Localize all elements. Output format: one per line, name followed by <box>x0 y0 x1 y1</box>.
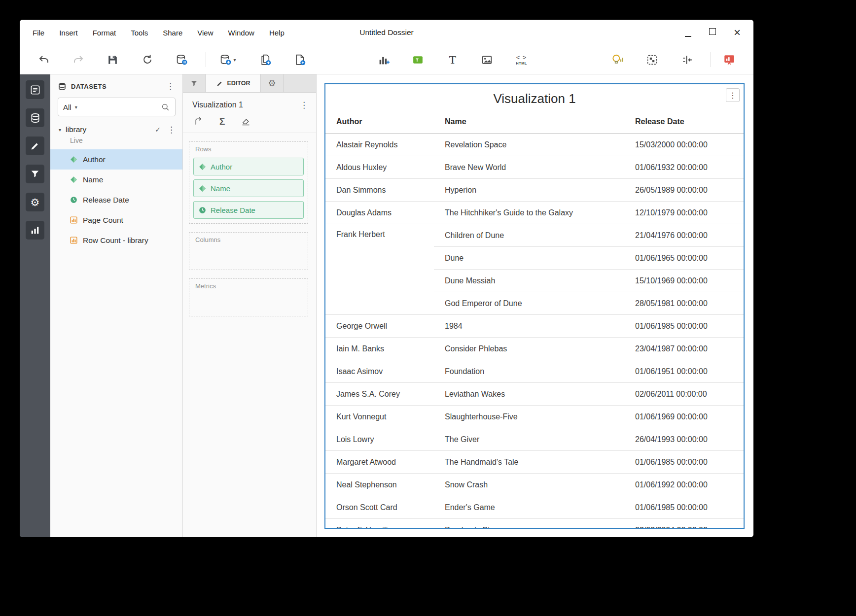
cell-date[interactable]: 01/06/1965 00:00:00 <box>635 247 744 270</box>
fit-to-window-button[interactable] <box>676 49 697 70</box>
presentation-mode-button[interactable] <box>719 49 740 70</box>
minimize-button[interactable] <box>685 28 691 37</box>
menu-help[interactable]: Help <box>269 29 285 37</box>
drop-zone-columns[interactable]: Columns <box>189 232 308 270</box>
cell-date[interactable]: 01/06/1992 00:00:00 <box>635 474 744 496</box>
table-row[interactable]: Iain M. Banks Consider Phlebas 23/04/198… <box>325 338 744 360</box>
refresh-button[interactable] <box>137 49 158 70</box>
cell-name[interactable]: Consider Phlebas <box>434 338 635 360</box>
table-row[interactable]: Peter F. Hamilton Pandora's Star 02/03/2… <box>325 519 744 529</box>
tab-settings[interactable]: ⚙ <box>261 74 284 92</box>
cell-name[interactable]: Dune <box>434 247 635 270</box>
cell-author[interactable]: Peter F. Hamilton <box>325 519 434 529</box>
cell-author[interactable]: James S.A. Corey <box>325 383 434 406</box>
field-page-count[interactable]: Page Count <box>50 210 182 230</box>
cell-date[interactable]: 01/06/1932 00:00:00 <box>635 156 744 179</box>
menu-file[interactable]: File <box>33 29 44 37</box>
table-row[interactable]: Kurt Vonnegut Slaughterhouse-Five 01/06/… <box>325 406 744 428</box>
cell-date[interactable]: 01/06/1985 00:00:00 <box>635 496 744 519</box>
rail-visualizations-button[interactable] <box>26 221 44 240</box>
table-row[interactable]: Douglas Adams The Hitchhiker's Guide to … <box>325 202 744 224</box>
dataset-node-library[interactable]: ▾ library ✓ ⋮ <box>50 122 182 135</box>
cell-date[interactable]: 28/05/1981 00:00:00 <box>635 292 744 315</box>
menu-window[interactable]: Window <box>228 29 254 37</box>
table-row[interactable]: Alastair Reynolds Revelation Space 15/03… <box>325 134 744 156</box>
menu-share[interactable]: Share <box>163 29 182 37</box>
toggle-datasets-button[interactable] <box>171 49 192 70</box>
table-row[interactable]: Isaac Asimov Foundation 01/06/1951 00:00… <box>325 360 744 383</box>
tree-expand-icon[interactable]: ▾ <box>59 127 61 133</box>
chip-name[interactable]: Name <box>193 179 304 197</box>
insert-text-button[interactable]: T <box>442 49 463 70</box>
undo-button[interactable] <box>34 49 54 70</box>
duplicate-page-button[interactable] <box>255 49 276 70</box>
cell-name[interactable]: Foundation <box>434 360 635 383</box>
cell-author[interactable]: Aldous Huxley <box>325 156 434 179</box>
table-row[interactable]: Lois Lowry The Giver 26/04/1993 00:00:00 <box>325 428 744 451</box>
close-button[interactable]: × <box>734 29 741 36</box>
cell-name[interactable]: Brave New World <box>434 156 635 179</box>
table-row[interactable]: Orson Scott Card Ender's Game 01/06/1985… <box>325 496 744 519</box>
chip-author[interactable]: Author <box>193 158 304 175</box>
insights-button[interactable] <box>607 49 628 70</box>
cell-author[interactable]: George Orwell <box>325 315 434 338</box>
cell-author[interactable]: Isaac Asimov <box>325 360 434 383</box>
cell-date[interactable]: 26/04/1993 00:00:00 <box>635 428 744 451</box>
group-elements-button[interactable] <box>642 49 662 70</box>
cell-date[interactable]: 26/05/1989 00:00:00 <box>635 179 744 202</box>
insert-image-button[interactable] <box>477 49 498 70</box>
cell-date[interactable]: 15/03/2000 00:00:00 <box>635 134 744 156</box>
cell-author[interactable]: Douglas Adams <box>325 202 434 224</box>
cell-name[interactable]: 1984 <box>434 315 635 338</box>
rail-filter-button[interactable] <box>26 165 44 183</box>
cell-date[interactable]: 12/10/1979 00:00:00 <box>635 202 744 224</box>
cell-author[interactable]: Margaret Atwood <box>325 451 434 474</box>
dataset-filter-select[interactable]: All <box>63 103 71 111</box>
field-author[interactable]: Author <box>50 149 182 170</box>
save-button[interactable] <box>103 49 123 70</box>
cell-name[interactable]: The Giver <box>434 428 635 451</box>
totals-button[interactable]: Σ <box>219 117 225 127</box>
table-row[interactable]: Neal Stephenson Snow Crash 01/06/1992 00… <box>325 474 744 496</box>
cell-name[interactable]: Pandora's Star <box>434 519 635 529</box>
menu-tools[interactable]: Tools <box>131 29 148 37</box>
datasets-panel-menu-button[interactable]: ⋮ <box>163 82 178 91</box>
cell-author-group[interactable]: Frank Herbert <box>325 224 434 315</box>
field-row-count[interactable]: Row Count - library <box>50 230 182 250</box>
rail-settings-button[interactable]: ⚙ <box>26 193 44 211</box>
column-header-author[interactable]: Author <box>325 110 434 134</box>
drop-zone-metrics[interactable]: Metrics <box>189 278 308 316</box>
cell-author[interactable]: Dan Simmons <box>325 179 434 202</box>
rail-datasets-button[interactable] <box>26 108 44 127</box>
cell-author[interactable]: Lois Lowry <box>325 428 434 451</box>
column-header-release-date[interactable]: Release Date <box>635 110 744 134</box>
cell-date[interactable]: 01/06/1969 00:00:00 <box>635 406 744 428</box>
field-name[interactable]: Name <box>50 170 182 190</box>
field-release-date[interactable]: Release Date <box>50 190 182 210</box>
editor-viz-menu-button[interactable]: ⋮ <box>297 101 311 109</box>
table-row[interactable]: Dan Simmons Hyperion 26/05/1989 00:00:00 <box>325 179 744 202</box>
cell-name[interactable]: Slaughterhouse-Five <box>434 406 635 428</box>
cell-name[interactable]: Ender's Game <box>434 496 635 519</box>
cell-date[interactable]: 15/10/1969 00:00:00 <box>635 270 744 292</box>
cell-name[interactable]: Snow Crash <box>434 474 635 496</box>
cell-date[interactable]: 01/06/1985 00:00:00 <box>635 451 744 474</box>
cell-author[interactable]: Kurt Vonnegut <box>325 406 434 428</box>
cell-name[interactable]: Hyperion <box>434 179 635 202</box>
cell-author[interactable]: Neal Stephenson <box>325 474 434 496</box>
menu-format[interactable]: Format <box>93 29 116 37</box>
table-row[interactable]: Margaret Atwood The Handmaid's Tale 01/0… <box>325 451 744 474</box>
cell-author[interactable]: Iain M. Banks <box>325 338 434 360</box>
rail-contents-button[interactable] <box>26 80 44 99</box>
datasets-search[interactable]: All ▾ <box>58 98 176 116</box>
cell-author[interactable]: Alastair Reynolds <box>325 134 434 156</box>
pivot-button[interactable] <box>193 116 204 127</box>
cell-name[interactable]: Dune Messiah <box>434 270 635 292</box>
dataset-menu-button[interactable]: ⋮ <box>165 126 178 134</box>
table-row[interactable]: Frank Herbert Children of Dune 21/04/197… <box>325 224 744 247</box>
cell-name[interactable]: Leviathan Wakes <box>434 383 635 406</box>
menu-view[interactable]: View <box>197 29 213 37</box>
clear-button[interactable] <box>241 116 251 127</box>
cell-date[interactable]: 23/04/1987 00:00:00 <box>635 338 744 360</box>
table-row[interactable]: George Orwell 1984 01/06/1985 00:00:00 <box>325 315 744 338</box>
